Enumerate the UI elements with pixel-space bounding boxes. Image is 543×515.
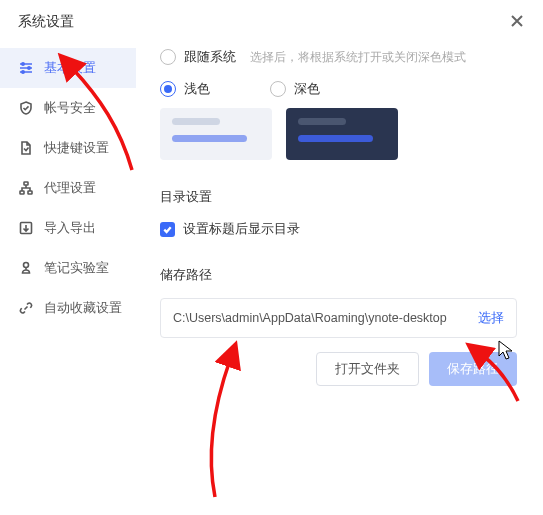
storage-path-input[interactable] [173, 311, 470, 325]
sidebar-item-auto-collect[interactable]: 自动收藏设置 [0, 288, 136, 328]
sidebar-item-label: 快捷键设置 [44, 139, 109, 157]
radio-follow-system[interactable]: 跟随系统 [160, 48, 236, 66]
radio-light[interactable]: 浅色 [160, 80, 210, 98]
radio-label: 浅色 [184, 80, 210, 98]
theme-preview-light[interactable] [160, 108, 272, 160]
sidebar-item-label: 自动收藏设置 [44, 299, 122, 317]
radio-icon [160, 81, 176, 97]
preview-bar [172, 135, 247, 142]
open-folder-button[interactable]: 打开文件夹 [316, 352, 419, 386]
storage-path-field: 选择 [160, 298, 517, 338]
preview-bar [172, 118, 220, 125]
radio-icon [270, 81, 286, 97]
sidebar: 基本设置 帐号安全 快捷键设置 代理设置 导入导出 [0, 42, 136, 515]
settings-icon [18, 60, 34, 76]
svg-point-2 [22, 71, 24, 73]
sidebar-item-proxy[interactable]: 代理设置 [0, 168, 136, 208]
svg-point-1 [28, 67, 30, 69]
radio-label: 深色 [294, 80, 320, 98]
sidebar-item-security[interactable]: 帐号安全 [0, 88, 136, 128]
content-panel: 跟随系统 选择后，将根据系统打开或关闭深色模式 浅色 深色 [136, 42, 543, 515]
radio-dark[interactable]: 深色 [270, 80, 320, 98]
save-path-button[interactable]: 保存路径 [429, 352, 517, 386]
section-title-storage: 储存路径 [160, 266, 517, 284]
checkbox-label: 设置标题后显示目录 [183, 220, 300, 238]
radio-icon [160, 49, 176, 65]
close-icon [510, 14, 524, 31]
lab-icon [18, 260, 34, 276]
sidebar-item-label: 导入导出 [44, 219, 96, 237]
svg-rect-5 [28, 191, 32, 194]
follow-system-hint: 选择后，将根据系统打开或关闭深色模式 [250, 49, 466, 66]
sidebar-item-label: 笔记实验室 [44, 259, 109, 277]
preview-bar [298, 135, 373, 142]
shield-icon [18, 100, 34, 116]
checkbox-show-toc[interactable]: 设置标题后显示目录 [160, 220, 517, 238]
link-icon [18, 300, 34, 316]
select-path-link[interactable]: 选择 [478, 309, 504, 327]
sidebar-item-label: 代理设置 [44, 179, 96, 197]
svg-point-0 [22, 63, 24, 65]
dialog-title: 系统设置 [18, 13, 74, 31]
svg-rect-3 [24, 182, 28, 185]
keyboard-icon [18, 140, 34, 156]
theme-preview-dark[interactable] [286, 108, 398, 160]
svg-point-7 [24, 263, 29, 268]
sidebar-item-import-export[interactable]: 导入导出 [0, 208, 136, 248]
sidebar-item-label: 基本设置 [44, 59, 96, 77]
preview-bar [298, 118, 346, 125]
sidebar-item-basic[interactable]: 基本设置 [0, 48, 136, 88]
svg-rect-4 [20, 191, 24, 194]
section-title-directory: 目录设置 [160, 188, 517, 206]
sidebar-item-lab[interactable]: 笔记实验室 [0, 248, 136, 288]
proxy-icon [18, 180, 34, 196]
sidebar-item-label: 帐号安全 [44, 99, 96, 117]
import-export-icon [18, 220, 34, 236]
radio-label: 跟随系统 [184, 48, 236, 66]
close-button[interactable] [507, 12, 527, 32]
checkbox-icon [160, 222, 175, 237]
sidebar-item-shortcuts[interactable]: 快捷键设置 [0, 128, 136, 168]
